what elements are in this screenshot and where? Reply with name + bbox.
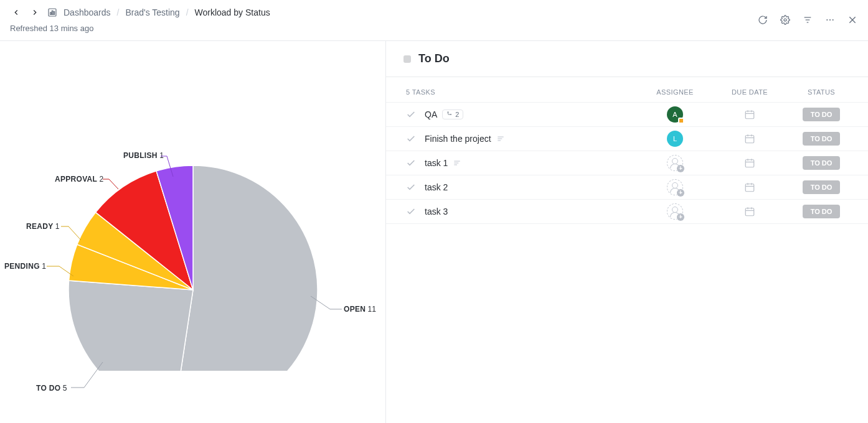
- svg-rect-37: [745, 208, 754, 216]
- task-due-date[interactable]: [712, 182, 787, 193]
- task-name[interactable]: Finish the project: [425, 134, 638, 144]
- task-row[interactable]: task 1+TO DO: [386, 151, 868, 175]
- refresh-icon[interactable]: [757, 14, 768, 26]
- task-row[interactable]: task 3+TO DO: [386, 199, 868, 224]
- svg-rect-33: [745, 184, 754, 192]
- assign-user-icon[interactable]: +: [667, 203, 683, 220]
- assign-user-icon[interactable]: +: [667, 155, 683, 171]
- task-row[interactable]: Finish the projectLTO DO: [386, 126, 868, 151]
- task-due-date[interactable]: [712, 206, 787, 217]
- forward-button[interactable]: [29, 6, 41, 19]
- task-table-header: 5 TASKS ASSIGNEE DUE DATE STATUS: [386, 77, 868, 102]
- plus-icon: +: [677, 213, 684, 221]
- task-assignee[interactable]: +: [638, 203, 712, 220]
- description-icon: [496, 134, 505, 143]
- svg-rect-22: [745, 136, 754, 143]
- svg-point-8: [826, 19, 828, 20]
- gear-icon[interactable]: [780, 14, 791, 26]
- task-complete-check-icon[interactable]: [406, 207, 416, 216]
- task-name[interactable]: QA2: [425, 109, 638, 119]
- svg-point-4: [784, 19, 786, 21]
- task-due-date[interactable]: [712, 157, 787, 169]
- task-status[interactable]: TO DO: [787, 132, 856, 146]
- description-icon: [453, 159, 461, 167]
- status-badge[interactable]: TO DO: [803, 108, 840, 121]
- avatar[interactable]: L: [667, 131, 683, 147]
- task-list-pane: To Do 5 TASKS ASSIGNEE DUE DATE STATUS Q…: [386, 41, 868, 423]
- refreshed-label: Refreshed 13 mins ago: [10, 24, 270, 33]
- page-header: Dashboards / Brad's Testing / Workload b…: [0, 0, 868, 35]
- breadcrumb-current[interactable]: Workload by Status: [195, 7, 270, 17]
- dashboard-icon: [47, 7, 57, 17]
- task-status[interactable]: TO DO: [787, 180, 856, 194]
- column-header-assignee[interactable]: ASSIGNEE: [638, 88, 712, 96]
- breadcrumb-separator: /: [117, 7, 120, 17]
- task-complete-check-icon[interactable]: [406, 182, 416, 192]
- avatar-status-dot: [678, 118, 684, 124]
- breadcrumb-root[interactable]: Dashboards: [64, 7, 111, 17]
- plus-icon: +: [677, 189, 684, 197]
- task-complete-check-icon[interactable]: [406, 158, 416, 168]
- task-row[interactable]: QA2ATO DO: [386, 102, 868, 126]
- panel-title: To Do: [418, 52, 450, 65]
- plus-icon: +: [677, 165, 684, 172]
- task-status[interactable]: TO DO: [787, 156, 856, 170]
- task-row[interactable]: task 2+TO DO: [386, 175, 868, 199]
- breadcrumb: Dashboards / Brad's Testing / Workload b…: [10, 6, 270, 19]
- task-name[interactable]: task 2: [425, 182, 638, 192]
- svg-rect-1: [50, 12, 52, 14]
- breadcrumb-separator: /: [186, 7, 189, 17]
- more-icon[interactable]: [824, 14, 836, 26]
- assign-user-icon[interactable]: +: [667, 179, 683, 195]
- task-name[interactable]: task 1: [425, 158, 638, 168]
- chart-pane: OPEN 11 TO DO 5 PENDING 1 READY 1 APPROV…: [0, 41, 386, 423]
- task-name[interactable]: task 3: [425, 207, 638, 216]
- task-assignee[interactable]: +: [638, 155, 712, 171]
- status-badge[interactable]: TO DO: [803, 180, 840, 194]
- svg-rect-15: [745, 111, 754, 119]
- task-status[interactable]: TO DO: [787, 205, 856, 218]
- task-complete-check-icon[interactable]: [406, 134, 416, 144]
- task-assignee[interactable]: +: [638, 179, 712, 195]
- svg-point-10: [833, 19, 834, 20]
- task-status[interactable]: TO DO: [787, 108, 856, 121]
- avatar[interactable]: A: [667, 106, 683, 123]
- task-due-date[interactable]: [712, 133, 787, 144]
- column-header-due[interactable]: DUE DATE: [712, 88, 787, 96]
- svg-rect-29: [745, 160, 754, 167]
- task-due-date[interactable]: [712, 109, 787, 120]
- task-complete-check-icon[interactable]: [406, 109, 416, 119]
- status-badge[interactable]: TO DO: [803, 132, 840, 146]
- close-icon[interactable]: [847, 14, 858, 26]
- subtasks-badge[interactable]: 2: [442, 109, 463, 119]
- back-button[interactable]: [10, 6, 22, 19]
- filter-icon[interactable]: [802, 14, 813, 26]
- svg-point-9: [829, 19, 831, 20]
- status-badge[interactable]: TO DO: [803, 156, 840, 170]
- column-header-tasks[interactable]: 5 TASKS: [406, 88, 638, 96]
- svg-rect-2: [52, 11, 53, 14]
- status-badge[interactable]: TO DO: [803, 205, 840, 218]
- svg-point-14: [451, 114, 451, 114]
- task-assignee[interactable]: A: [638, 106, 712, 123]
- breadcrumb-folder[interactable]: Brad's Testing: [125, 7, 179, 17]
- task-assignee[interactable]: L: [638, 131, 712, 147]
- status-color-swatch: [403, 55, 411, 63]
- svg-rect-3: [54, 12, 55, 15]
- column-header-status[interactable]: STATUS: [787, 88, 856, 96]
